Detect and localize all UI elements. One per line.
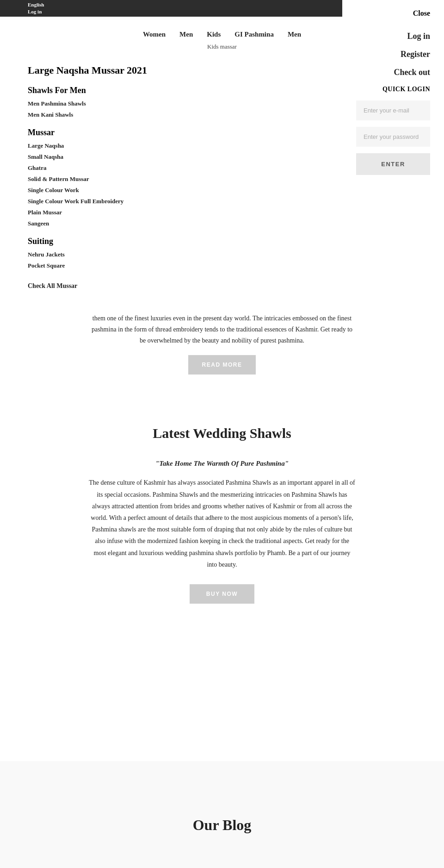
check-all-mussar[interactable]: Check All Mussar (28, 282, 77, 290)
blog-section: Our Blog (0, 761, 444, 868)
wedding-quote: "Take Home The Warmth Of Pure Pashmina" (88, 460, 356, 468)
sidebar-plain-mussar[interactable]: Plain Mussar (28, 209, 204, 216)
panel-login-link[interactable]: Log in (356, 31, 430, 41)
shawls-for-men-title: Shawls For Men (28, 86, 204, 95)
read-more-button[interactable]: READ MORE (188, 355, 256, 375)
panel-checkout-link[interactable]: Check out (356, 68, 430, 77)
sidebar-men-kani[interactable]: Men Kani Shawls (28, 111, 204, 119)
blog-title: Our Blog (28, 817, 416, 834)
white-spacer (0, 622, 444, 761)
sidebar-nehru-jackets[interactable]: Nehru Jackets (28, 251, 204, 258)
right-panel: Close Log in Register Check out QUICK LO… (342, 0, 444, 184)
pashmina-text: them one of the finest luxuries even in … (88, 313, 356, 346)
nav-men-2[interactable]: Men (288, 31, 301, 38)
close-button[interactable]: Close (356, 9, 430, 18)
wedding-title: Latest Wedding Shawls (88, 425, 356, 441)
nav-women[interactable]: Women (143, 31, 166, 38)
sidebar-pocket-square[interactable]: Pocket Square (28, 262, 204, 269)
sidebar-solid-pattern[interactable]: Solid & Pattern Mussar (28, 175, 204, 183)
nav-kids[interactable]: Kids (207, 31, 221, 38)
sidebar-ghatra[interactable]: Ghatra (28, 164, 204, 172)
nav-gi-pashmina[interactable]: GI Pashmina (234, 31, 274, 38)
quick-login-title: QUICK LOGIN (356, 86, 430, 93)
sidebar-large-naqsha[interactable]: Large Naqsha (28, 142, 204, 150)
language-selector[interactable]: English (28, 1, 44, 8)
sidebar-men-pashmina[interactable]: Men Pashmina Shawls (28, 100, 204, 107)
panel-register-link[interactable]: Register (356, 50, 430, 59)
email-input[interactable] (356, 100, 430, 120)
sidebar-title: Large Naqsha Mussar 2021 (28, 64, 204, 76)
sidebar-single-colour-full[interactable]: Single Colour Work Full Embroidery (28, 198, 204, 205)
mussar-title: Mussar (28, 128, 204, 137)
suiting-title: Suiting (28, 237, 204, 246)
sidebar-small-naqsha[interactable]: Small Naqsha (28, 153, 204, 161)
password-input[interactable] (356, 127, 430, 147)
sidebar-sangeen[interactable]: Sangeen (28, 220, 204, 227)
enter-button[interactable]: ENTER (356, 153, 430, 175)
wedding-text: The dense culture of Kashmir has always … (88, 477, 356, 570)
pashmina-section: them one of the finest luxuries even in … (60, 299, 384, 398)
nav-men[interactable]: Men (179, 31, 193, 38)
wedding-section: Latest Wedding Shawls "Take Home The War… (60, 398, 384, 622)
buy-now-button[interactable]: BUY NOW (190, 584, 254, 604)
sidebar-menu: Large Naqsha Mussar 2021 Shawls For Men … (0, 55, 231, 299)
login-link[interactable]: Log in (28, 8, 44, 15)
sidebar-single-colour[interactable]: Single Colour Work (28, 187, 204, 194)
